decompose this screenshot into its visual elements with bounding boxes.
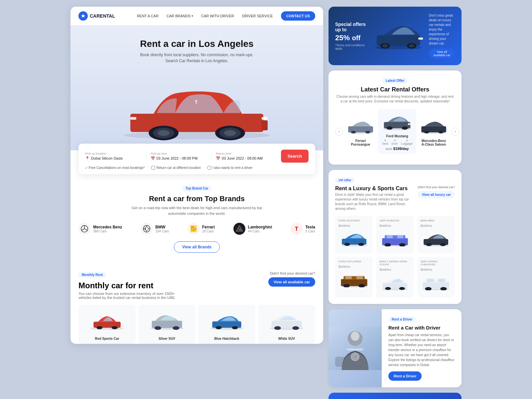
- luxury-sports-card: VIP Offer Rent a Luxury & Sports Cars Dr…: [329, 170, 462, 304]
- luxury-explorer-tag: FORD EXPLORER: [338, 260, 369, 263]
- svg-point-80: [385, 287, 391, 290]
- logo-icon: [78, 11, 88, 21]
- mustang-price: $199 $199/day: [381, 147, 413, 151]
- navbar: CARENTAL RENT A CAR CAR BRANDS ▾ CAR WIT…: [70, 7, 323, 25]
- logo-text: CARENTAL: [90, 13, 115, 19]
- return-time-value[interactable]: 📅 03 June 2022 - 08:00 AM: [216, 156, 273, 161]
- brand-mercedes[interactable]: Mercedes Benz 368 Cars: [78, 223, 122, 235]
- hero-subtitle: Book directly from local suppliers. No c…: [70, 52, 323, 64]
- hero-section: Rent a car in Los Angeles Book directly …: [70, 25, 323, 150]
- location-icon: 📍: [85, 156, 90, 161]
- return-different-checkbox[interactable]: [151, 166, 155, 170]
- brands-row: Mercedes Benz 368 Cars BMW 104 Cars 🐎: [78, 223, 315, 235]
- ferrari-count: 18 Cars: [202, 229, 215, 233]
- luxury-title: Rent a Luxury & Sports Cars: [335, 186, 414, 192]
- svg-point-41: [409, 44, 415, 48]
- return-different-option[interactable]: Return car at different location: [151, 166, 201, 170]
- luxury-car-bmw2: BMW 2 SERIES GRAN COUPE $549/mo: [376, 257, 414, 297]
- svg-point-31: [232, 326, 238, 329]
- carousel-next-button[interactable]: ›: [451, 128, 459, 136]
- view-all-brands-button[interactable]: View all Brands: [174, 241, 220, 253]
- driver-card: Rent a Driver Rent a Car with Driver Apa…: [329, 309, 462, 387]
- svg-rect-1: [130, 114, 263, 132]
- luxury-cars-grid: FORD MUSTANG $549/mo JEEP RUBICO: [335, 216, 455, 297]
- monthly-car-3-name: Blue Hatchback: [201, 337, 252, 340]
- offer-off-text: off: [352, 34, 361, 42]
- lamborghini-name: Lamborghini: [248, 225, 272, 229]
- tesla-count: 5 Cars: [305, 229, 315, 233]
- brand-ferrari[interactable]: 🐎 Ferrari 18 Cars: [188, 223, 215, 235]
- nav-service[interactable]: DRIVER SERVICE: [242, 14, 273, 18]
- svg-rect-42: [418, 38, 423, 40]
- monthly-title: Monthly car for rent: [78, 281, 178, 290]
- svg-point-96: [351, 353, 359, 361]
- search-fields: Pick-up location 📍 Dubai Silicon Oasis P…: [85, 150, 309, 163]
- want-driver-checkbox[interactable]: [207, 166, 211, 170]
- top-brands-subtitle: Get on a road-trip now with the best dea…: [127, 205, 267, 216]
- luxury-header: Rent a Luxury & Sports Cars Drive in sty…: [335, 186, 455, 211]
- svg-rect-63: [387, 234, 393, 238]
- mercedes-offer-name: Mercedes-Benz A-Class Saloon: [420, 139, 448, 146]
- brand-lamborghini[interactable]: 🐂 Lamborghini 44 Cars: [233, 223, 272, 235]
- latest-offers-subtitle: Choose among cars with in-demand driving…: [335, 94, 455, 104]
- luxury-mustang-price: $549/mo: [338, 223, 369, 228]
- mustang-specs: 4 Seat4 Door3 Luggage: [381, 139, 413, 145]
- svg-point-49: [386, 126, 393, 130]
- pickup-time-value[interactable]: 📅 03 June 2022 - 08:00 PM: [151, 156, 208, 161]
- monthly-cars-grid: Red Sports Car Silver SUV: [78, 305, 315, 344]
- svg-point-59: [358, 243, 364, 246]
- top-brands-tag: Top Brand Car: [182, 186, 212, 191]
- luxury-rubicon-price: $549/mo: [379, 223, 410, 228]
- nav-driver[interactable]: CAR WITH DRIVER: [201, 14, 234, 18]
- svg-rect-8: [262, 117, 268, 120]
- svg-point-69: [426, 243, 432, 246]
- mercedes-info: Mercedes Benz 368 Cars: [93, 225, 122, 233]
- reviews-card: Our Reviews Our Best Clients Reviews The…: [329, 393, 462, 399]
- driver-title: Rent a Car with Driver: [388, 325, 455, 331]
- offer-car-ferrari: Ferrari Purosangue: [346, 117, 375, 146]
- luxury-bmw2-price: $549/mo: [379, 267, 410, 272]
- rent-driver-button[interactable]: Rent a Driver: [388, 371, 422, 381]
- want-driver-option[interactable]: I also wanto to rent a driver: [207, 166, 253, 170]
- luxury-bmw-image: [421, 230, 452, 248]
- svg-rect-9: [130, 117, 136, 120]
- bmw-name: BMW: [155, 225, 169, 229]
- luxury-car-bmw: BMW M850 $549/mo: [417, 216, 455, 253]
- monthly-car-2: Silver SUV: [138, 305, 196, 344]
- brand-tesla[interactable]: T Tesla 5 Cars: [291, 223, 315, 235]
- tesla-logo: T: [291, 223, 303, 235]
- svg-rect-74: [345, 275, 351, 279]
- monthly-tag: Monthly Rent: [78, 272, 106, 278]
- contact-button[interactable]: CONTACT US: [281, 11, 315, 21]
- offer-discount: 25% off: [335, 34, 368, 42]
- luxury-bmw2-tag: BMW 2 SERIES GRAN COUPE: [379, 260, 410, 266]
- nav-rent[interactable]: RENT A CAR: [137, 14, 159, 18]
- svg-point-39: [382, 44, 388, 48]
- luxury-explorer-image: [338, 271, 369, 289]
- ferrari-offer-name: Ferrari Purosangue: [346, 139, 375, 146]
- svg-text:T: T: [195, 99, 198, 105]
- brand-bmw[interactable]: BMW 104 Cars: [141, 223, 169, 235]
- view-all-offer-button[interactable]: View all available car: [429, 49, 455, 59]
- luxury-mustang-image: [338, 230, 369, 248]
- monthly-car-1: Red Sports Car: [78, 305, 136, 344]
- pickup-location-value[interactable]: 📍 Dubai Silicon Oasis: [85, 156, 142, 161]
- monthly-car-1-name: Red Sports Car: [82, 337, 132, 340]
- luxury-cherokee-image: [421, 274, 452, 292]
- calendar-return-icon: 📅: [216, 156, 220, 161]
- luxury-rubicon-tag: JEEP RUBICON: [379, 219, 410, 222]
- nav-brands[interactable]: CAR BRANDS ▾: [167, 14, 193, 18]
- view-available-button[interactable]: View all available car: [268, 277, 315, 287]
- carousel-prev-button[interactable]: ‹: [335, 128, 343, 136]
- mercedes-car-image: [420, 117, 448, 137]
- mustang-offer-name: Ford Mustang: [381, 134, 413, 138]
- ferrari-car-image: [346, 117, 375, 137]
- top-brands-section: Top Brand Car Rent a car from Top Brands…: [70, 174, 323, 263]
- luxury-explorer-price: $549/mo: [338, 264, 369, 269]
- luxury-cherokee-tag: JEEP GRAND CHEROKEE: [421, 260, 452, 266]
- svg-point-4: [158, 130, 170, 136]
- pickup-location-field: Pick-up location 📍 Dubai Silicon Oasis: [85, 152, 147, 161]
- search-button[interactable]: Search: [281, 150, 309, 163]
- free-cancellation-text: ✓ Free Cancellations on most bookings*: [85, 166, 145, 170]
- view-luxury-button[interactable]: View all luxury car: [418, 191, 455, 199]
